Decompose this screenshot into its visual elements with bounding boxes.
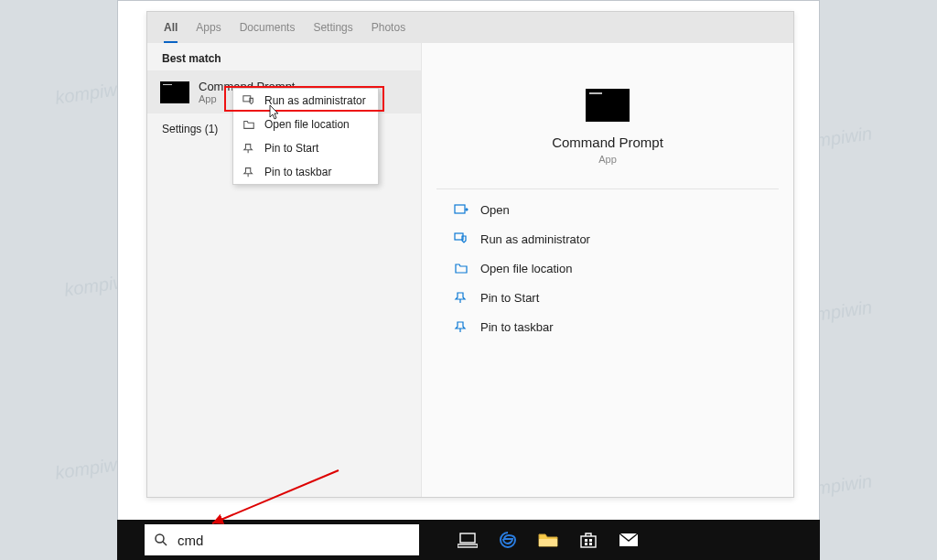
svg-rect-10 [585,539,587,542]
ctx-open-location[interactable]: Open file location [233,113,378,136]
tab-all[interactable]: All [164,21,178,43]
shield-icon [242,94,255,107]
svg-rect-7 [458,544,478,547]
preview-actions: Open Run as administrator Open file loca… [422,199,793,338]
action-pin-start[interactable]: Pin to Start [453,286,793,308]
file-explorer-icon[interactable] [538,530,558,550]
start-search-panel: All Apps Documents Settings Photos Best … [146,11,794,498]
action-pin-start-label: Pin to Start [480,291,539,305]
context-menu: Run as administrator Open file location … [232,88,379,185]
action-open-location[interactable]: Open file location [453,257,793,279]
shield-icon [453,231,469,247]
ctx-pin-taskbar-label: Pin to taskbar [264,166,331,178]
cmd-thumb-icon [160,81,189,103]
action-pin-taskbar-label: Pin to taskbar [480,320,554,334]
svg-rect-12 [585,543,587,545]
folder-icon [453,260,469,276]
svg-point-4 [156,534,164,543]
pin-icon [453,318,469,335]
search-tabs: All Apps Documents Settings Photos [147,12,793,43]
search-icon [154,533,168,547]
taskbar-search[interactable]: cmd [145,524,419,555]
action-run-admin[interactable]: Run as administrator [453,228,793,250]
action-open-label: Open [480,203,510,217]
folder-icon [242,118,255,131]
action-pin-taskbar[interactable]: Pin to taskbar [453,316,793,338]
action-open[interactable]: Open [453,199,793,221]
action-open-location-label: Open file location [480,262,572,275]
best-match-label: Best match [147,43,421,70]
preview-sub: App [598,154,617,165]
svg-line-5 [163,542,167,545]
task-view-icon[interactable] [458,530,478,550]
ctx-run-admin[interactable]: Run as administrator [233,89,378,113]
svg-rect-9 [581,536,596,547]
action-run-admin-label: Run as administrator [480,232,590,246]
pin-icon [242,166,255,178]
store-icon[interactable] [578,530,598,550]
ctx-pin-taskbar[interactable]: Pin to taskbar [233,160,378,184]
ctx-open-location-label: Open file location [264,118,350,131]
ctx-pin-start-label: Pin to Start [264,142,318,155]
svg-rect-0 [455,205,465,213]
separator [436,188,779,189]
svg-rect-13 [589,543,592,545]
tab-photos[interactable]: Photos [372,21,405,43]
preview-right-column: Command Prompt App Open Run as administr… [422,43,793,497]
edge-icon[interactable] [498,530,518,550]
search-input-value: cmd [178,533,203,548]
taskbar-pinned-icons [458,530,639,550]
mail-icon[interactable] [619,530,639,550]
ctx-run-admin-label: Run as administrator [264,94,366,107]
pin-icon [242,142,255,155]
app-preview: Command Prompt App [422,43,793,165]
svg-rect-6 [460,533,475,543]
tab-documents[interactable]: Documents [240,21,296,43]
pin-icon [453,289,469,306]
ctx-pin-start[interactable]: Pin to Start [233,136,378,160]
tab-apps[interactable]: Apps [196,21,221,43]
taskbar: cmd [117,520,820,560]
svg-rect-8 [539,539,557,546]
tab-settings[interactable]: Settings [313,21,352,43]
open-icon [453,201,469,218]
preview-title: Command Prompt [552,135,663,150]
cmd-hero-icon [586,89,630,122]
svg-rect-11 [589,539,592,542]
